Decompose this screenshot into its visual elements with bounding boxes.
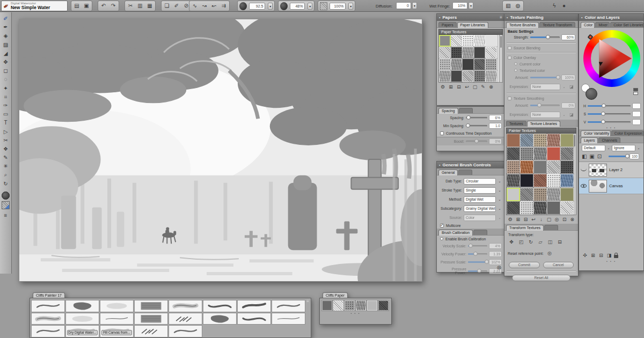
texture-swatch[interactable] (547, 160, 560, 174)
brush-stroke-thumbnail[interactable] (65, 300, 99, 312)
saturation-slider-thumb[interactable] (601, 112, 605, 116)
paper-thumbnail[interactable] (322, 300, 332, 311)
grabber-hand-tool[interactable]: ✳ (1, 162, 11, 171)
cliffs-brushes-options-icon[interactable]: ≡ (306, 299, 309, 304)
texture-swatch[interactable] (474, 70, 486, 82)
rotate-transform-icon[interactable]: ↻ (528, 239, 534, 245)
brush-stroke-thumbnail[interactable] (169, 300, 202, 312)
texture-swatch[interactable] (520, 174, 533, 187)
wet-fringe-dropdown-icon[interactable]: ▾ (469, 2, 473, 9)
brush-stroke-thumbnail[interactable] (31, 313, 65, 325)
layer-mask-icon[interactable]: ◨ (606, 252, 612, 259)
velocity-power-slider[interactable]: Velocity Power:1.39 (437, 250, 504, 258)
wet-fringe-value[interactable]: 10% (452, 2, 467, 9)
undo-icon[interactable]: ↶ (100, 2, 107, 10)
overlay-expression-edit-icon[interactable]: ◪ (568, 83, 575, 91)
panel-collapse-icon[interactable]: • (507, 16, 508, 19)
panel-collapse-icon[interactable]: • (439, 16, 440, 19)
variability-tab[interactable]: Color Variability (581, 130, 611, 136)
gradient-tool[interactable]: ▨ (1, 41, 11, 49)
velocity-scale-slider[interactable]: Velocity Scale:4% (437, 242, 504, 250)
panel-collapse-icon[interactable]: • (439, 163, 440, 167)
align-stroke-icon[interactable]: ⇉ (220, 2, 228, 10)
spacing-slider[interactable]: Spacing:6% (437, 114, 504, 122)
brush-stroke-thumbnail[interactable] (134, 300, 168, 312)
texture-swatch[interactable] (533, 174, 547, 187)
brush-stroke-thumbnail[interactable] (272, 300, 305, 312)
move-transform-icon[interactable]: ✥ (508, 239, 515, 245)
composite-depth-select[interactable]: Ignore (612, 145, 635, 151)
grain-dropdown-icon[interactable]: ▾ (348, 3, 353, 10)
texture-swatch[interactable] (533, 201, 547, 215)
source-blending-checkbox[interactable] (508, 46, 511, 50)
general-tab[interactable]: General (438, 170, 458, 175)
shape-edit-tool[interactable]: ❖ (1, 145, 11, 153)
scale-transform-icon[interactable]: ◰ (518, 239, 524, 245)
color-overlay-checkbox[interactable] (508, 56, 511, 60)
texture-settings-gear-icon[interactable]: ⚙ (507, 216, 513, 223)
composite-method-select[interactable]: Default (582, 145, 605, 151)
brush-stroke-thumbnail[interactable] (203, 313, 237, 325)
smoothing-amount-slider[interactable]: Amount:0% (504, 101, 578, 109)
dropper-tool[interactable]: ✒ (1, 23, 11, 32)
min-spacing-slider-thumb[interactable] (466, 123, 470, 128)
pen-tool[interactable]: ✑ (1, 101, 11, 110)
layers-tab[interactable]: Layers (581, 137, 598, 143)
color-layers-header[interactable]: • Color and Layers (579, 14, 643, 21)
paper-thumbnail[interactable] (378, 300, 389, 311)
watercolor-drop-icon[interactable]: ◍ (514, 2, 522, 10)
color-wheel[interactable] (579, 28, 643, 102)
dropdown-select[interactable]: Digital Wet (464, 196, 496, 203)
papers-tab[interactable]: Papers (438, 22, 457, 27)
diffusion-value[interactable]: 0 (396, 2, 411, 9)
min-spacing-slider[interactable]: Min Spacing:1.0 (437, 122, 504, 130)
paste-icon[interactable]: ▦ (146, 2, 153, 10)
texture-swatch[interactable] (507, 174, 520, 187)
texture-swatch[interactable] (520, 201, 533, 215)
shape-selection-tool[interactable]: ▷ (1, 127, 11, 136)
paper-thumbnail[interactable] (356, 300, 366, 311)
magic-wand-tool[interactable]: ✦ (1, 84, 11, 93)
brush-tool[interactable]: ✐ (1, 14, 11, 23)
texture-swatch[interactable] (462, 35, 474, 47)
diffusion-dropdown-icon[interactable]: ▾ (412, 2, 417, 9)
texture-swatch[interactable] (485, 70, 497, 82)
paper-library-save-icon[interactable]: ⊟ (456, 84, 462, 90)
texture-painting-tab[interactable]: Texture Brushes (506, 22, 539, 28)
value-slider-thumb[interactable] (601, 120, 605, 124)
boost-slider-thumb[interactable] (474, 139, 479, 143)
current-color-swatch[interactable] (2, 192, 10, 200)
layer-blend-icon[interactable]: ◧ (581, 153, 588, 160)
dropdown-select[interactable]: Grainy Digital Wet A... (464, 205, 496, 212)
layer-thumbnail[interactable] (589, 180, 607, 193)
pressure-scale-slider-thumb[interactable] (485, 260, 489, 264)
texture-swatch[interactable] (533, 134, 547, 147)
rectangle-shape-tool[interactable]: ▭ (1, 110, 11, 119)
texture-smoothing-row[interactable]: Texture Smoothing (504, 95, 578, 101)
color-history-icon[interactable] (633, 92, 638, 95)
texture-painting-header[interactable]: • Texture Painting (504, 14, 578, 21)
smoothing-expression-stepper-icon[interactable]: ⌄ (562, 113, 566, 116)
layer-hidden-eye-icon[interactable] (581, 168, 587, 171)
commit-button[interactable]: Commit (509, 262, 540, 268)
pattern-pen-tool[interactable]: ✎ (1, 153, 11, 162)
texture-swatch[interactable] (533, 147, 547, 160)
texture-smoothing-checkbox[interactable] (508, 97, 511, 100)
dropdown-select[interactable]: Single (464, 187, 496, 194)
stepper-icon[interactable]: ⌄ (497, 188, 502, 192)
crop-tool[interactable]: ⌗ (1, 93, 11, 101)
texture-libraries-tab[interactable]: Texture Libraries (527, 121, 560, 127)
texture-library-save-icon[interactable]: ⊟ (523, 216, 529, 223)
hue-slider-thumb[interactable] (602, 104, 606, 108)
layer-opacity-slider[interactable]: 100 (603, 152, 642, 160)
brush-stroke-thumbnail[interactable] (203, 300, 237, 312)
record-stroke-icon[interactable]: ● (560, 2, 568, 10)
overlay-amount-slider[interactable]: Amount:100% (504, 74, 578, 82)
smoothing-expression-select[interactable]: None (530, 112, 560, 118)
magnifier-tool[interactable]: ⌕ (1, 171, 11, 179)
overlay-expression-stepper-icon[interactable]: ⌄ (562, 85, 566, 89)
flip-vertical-icon[interactable]: ⊟ (557, 239, 563, 245)
texture-swatch[interactable] (439, 70, 451, 82)
variability-tab[interactable]: Color Expression (611, 130, 643, 136)
paper-delete-icon[interactable]: ⊗ (488, 84, 494, 90)
